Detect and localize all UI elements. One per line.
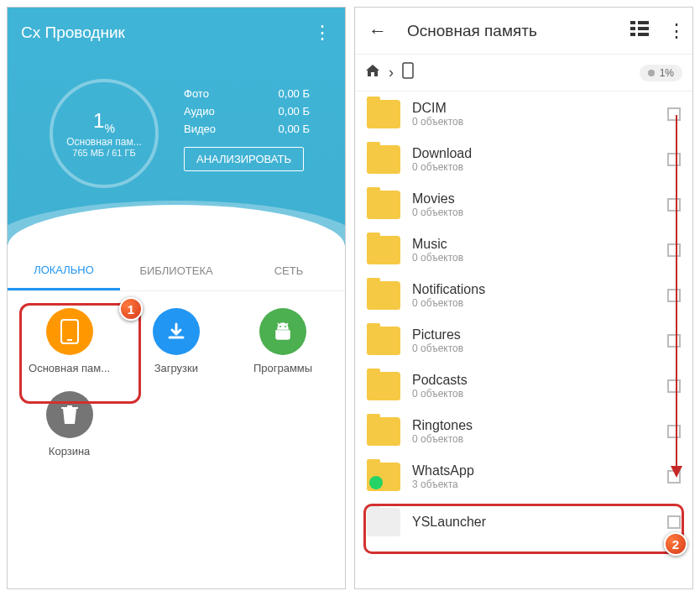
folder-info: Notifications0 объектов bbox=[412, 282, 656, 309]
tab-local[interactable]: ЛОКАЛЬНО bbox=[8, 251, 120, 290]
tab-network[interactable]: СЕТЬ bbox=[232, 251, 345, 290]
checkbox[interactable] bbox=[667, 289, 681, 302]
folder-row[interactable]: Music0 объектов bbox=[355, 227, 692, 273]
location-label: Загрузки bbox=[154, 362, 198, 374]
folder-info: WhatsApp3 объекта bbox=[412, 463, 656, 490]
folder-info: Podcasts0 объектов bbox=[412, 373, 656, 400]
folder-row[interactable]: Pictures0 объектов bbox=[355, 318, 692, 363]
folder-row[interactable]: DCIM0 объектов bbox=[355, 91, 692, 137]
location-label: Программы bbox=[253, 362, 312, 374]
annotation-badge-1: 1 bbox=[119, 297, 143, 321]
menu-icon[interactable]: ⋮ bbox=[313, 22, 332, 44]
android-icon bbox=[259, 308, 306, 355]
folder-subtitle: 0 объектов bbox=[412, 252, 656, 264]
location-label: Корзина bbox=[49, 445, 91, 457]
svg-rect-6 bbox=[630, 27, 635, 30]
svg-rect-8 bbox=[630, 33, 635, 36]
tab-bar: ЛОКАЛЬНО БИБЛИОТЕКА СЕТЬ bbox=[8, 251, 345, 291]
folder-row[interactable]: Movies0 объектов bbox=[355, 182, 692, 227]
checkbox[interactable] bbox=[667, 153, 681, 166]
storage-percent: 1% bbox=[93, 109, 115, 135]
storage-label: Основная пам... bbox=[66, 136, 142, 148]
checkbox[interactable] bbox=[667, 379, 681, 393]
location-apps[interactable]: Программы bbox=[229, 308, 336, 374]
folder-subtitle: 0 объектов bbox=[412, 297, 656, 309]
folder-info: YSLauncher bbox=[412, 515, 656, 530]
phone-right: ← Основная память ⋮ › 1% DCIM0 объектовD… bbox=[354, 7, 693, 589]
checkbox[interactable] bbox=[667, 334, 681, 348]
back-icon[interactable]: ← bbox=[362, 13, 394, 49]
storage-size: 765 МБ / 61 ГБ bbox=[72, 148, 135, 158]
svg-rect-10 bbox=[403, 63, 413, 78]
folder-subtitle: 0 объектов bbox=[412, 388, 656, 400]
storage-circle[interactable]: 1% Основная пам... 765 МБ / 61 ГБ bbox=[50, 79, 159, 188]
folder-row[interactable]: WhatsApp3 объекта bbox=[355, 454, 692, 499]
folder-icon bbox=[367, 327, 400, 355]
location-label: Основная пам... bbox=[29, 362, 110, 374]
stat-value: 0,00 Б bbox=[279, 87, 310, 100]
stat-label: Видео bbox=[184, 123, 216, 135]
folder-icon bbox=[367, 236, 400, 264]
hero-panel: 1% Основная пам... 765 МБ / 61 ГБ Фото0,… bbox=[8, 58, 345, 251]
folder-subtitle: 0 объектов bbox=[412, 207, 656, 218]
folder-name: Download bbox=[412, 146, 656, 161]
folder-name: Notifications bbox=[412, 282, 656, 297]
download-icon bbox=[153, 308, 200, 355]
stat-label: Фото bbox=[184, 87, 209, 100]
breadcrumb: › 1% bbox=[355, 55, 692, 91]
folder-subtitle: 3 объекта bbox=[412, 478, 656, 490]
folder-icon bbox=[367, 145, 400, 174]
folder-info: Pictures0 объектов bbox=[412, 327, 656, 354]
folder-name: Movies bbox=[412, 191, 656, 207]
checkbox[interactable] bbox=[667, 107, 681, 121]
svg-rect-9 bbox=[638, 33, 649, 36]
folder-row[interactable]: Download0 объектов bbox=[355, 137, 692, 182]
folder-icon bbox=[367, 508, 400, 536]
analyze-button[interactable]: АНАЛИЗИРОВАТЬ bbox=[184, 147, 304, 171]
svg-rect-1 bbox=[67, 339, 72, 341]
svg-rect-4 bbox=[630, 21, 635, 24]
folder-icon bbox=[367, 463, 400, 491]
folder-info: Ringtones0 объектов bbox=[412, 418, 656, 445]
folder-subtitle: 0 объектов bbox=[412, 161, 656, 173]
page-title: Основная память bbox=[407, 22, 612, 40]
checkbox[interactable] bbox=[667, 198, 681, 212]
annotation-arrow bbox=[676, 115, 677, 476]
svg-rect-5 bbox=[638, 21, 649, 24]
folder-subtitle: 0 объектов bbox=[412, 433, 656, 445]
home-icon[interactable] bbox=[365, 63, 380, 82]
tab-library[interactable]: БИБЛИОТЕКА bbox=[120, 251, 232, 290]
folder-info: Music0 объектов bbox=[412, 237, 656, 264]
folder-row[interactable]: Podcasts0 объектов bbox=[355, 363, 692, 409]
app-header: ← Основная память ⋮ bbox=[355, 8, 692, 55]
folder-row[interactable]: Notifications0 объектов bbox=[355, 273, 692, 318]
folder-subtitle: 0 объектов bbox=[412, 116, 656, 128]
folder-row[interactable]: Ringtones0 объектов bbox=[355, 409, 692, 454]
checkbox[interactable] bbox=[667, 425, 681, 438]
folder-info: DCIM0 объектов bbox=[412, 101, 656, 128]
location-trash[interactable]: Корзина bbox=[16, 391, 123, 457]
stat-value: 0,00 Б bbox=[279, 123, 310, 135]
menu-icon[interactable]: ⋮ bbox=[667, 20, 686, 42]
device-icon[interactable] bbox=[402, 62, 414, 83]
list-view-icon[interactable] bbox=[625, 16, 654, 45]
checkbox[interactable] bbox=[667, 243, 681, 257]
folder-name: Music bbox=[412, 237, 656, 252]
folder-icon bbox=[367, 100, 400, 128]
location-downloads[interactable]: Загрузки bbox=[123, 308, 229, 374]
trash-icon bbox=[46, 391, 93, 438]
stat-value: 0,00 Б bbox=[279, 105, 310, 118]
checkbox[interactable] bbox=[667, 515, 681, 529]
phone-icon bbox=[46, 308, 93, 355]
stat-label: Аудио bbox=[184, 105, 215, 118]
folder-icon bbox=[367, 281, 400, 310]
location-main-storage[interactable]: Основная пам... bbox=[16, 308, 123, 374]
storage-badge[interactable]: 1% bbox=[640, 65, 682, 81]
folder-info: Download0 объектов bbox=[412, 146, 656, 173]
folder-name: DCIM bbox=[412, 101, 656, 116]
app-header: Cx Проводник ⋮ bbox=[8, 8, 345, 58]
folder-row[interactable]: YSLauncher bbox=[355, 499, 692, 545]
file-list[interactable]: DCIM0 объектовDownload0 объектовMovies0 … bbox=[355, 91, 692, 588]
svg-point-2 bbox=[279, 326, 281, 327]
phone-left: Cx Проводник ⋮ 1% Основная пам... 765 МБ… bbox=[7, 7, 346, 589]
